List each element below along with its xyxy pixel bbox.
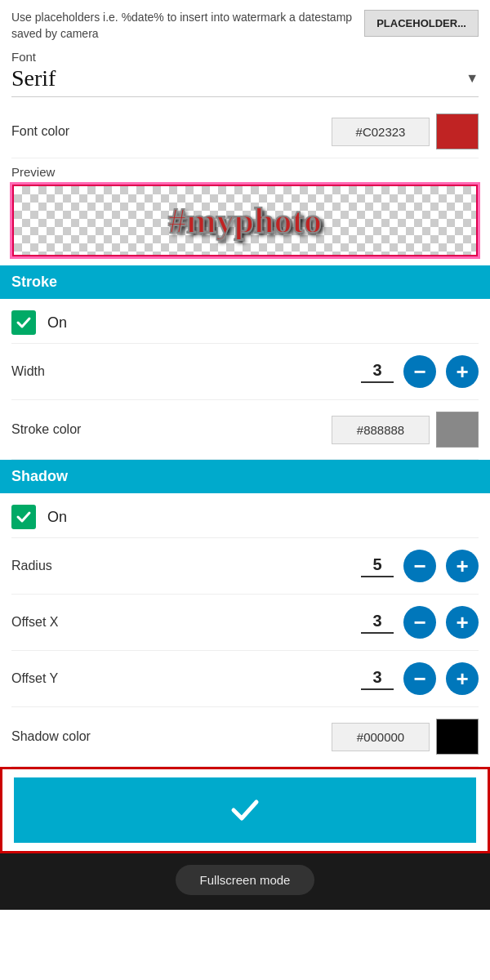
- shadow-offset-x-decrement-button[interactable]: −: [403, 606, 436, 639]
- font-section: Font Serif ▼: [11, 50, 479, 97]
- shadow-offset-x-controls: 3 − +: [361, 606, 479, 639]
- stroke-content: On Width 3 − + Stroke color #888888: [0, 299, 490, 460]
- dropdown-arrow-icon: ▼: [466, 71, 479, 86]
- stroke-color-input-group: #888888: [332, 412, 479, 448]
- stroke-checkbox[interactable]: [11, 310, 36, 335]
- stroke-color-swatch[interactable]: [436, 412, 479, 448]
- shadow-offset-x-label: Offset X: [11, 615, 59, 630]
- stroke-width-controls: 3 − +: [361, 355, 479, 388]
- shadow-color-swatch[interactable]: [436, 719, 479, 755]
- shadow-offset-x-row: Offset X 3 − +: [11, 595, 479, 651]
- stroke-width-increment-button[interactable]: +: [446, 355, 479, 388]
- fullscreen-button[interactable]: Fullscreen mode: [176, 865, 315, 895]
- font-color-label: Font color: [11, 124, 69, 139]
- preview-text: #myphoto: [168, 200, 322, 242]
- font-dropdown[interactable]: Serif ▼: [11, 65, 479, 97]
- shadow-header: Shadow: [0, 460, 490, 493]
- confirm-btn-row: [0, 767, 490, 853]
- shadow-color-row: Shadow color #000000: [11, 707, 479, 767]
- font-label: Font: [11, 50, 479, 64]
- stroke-color-row: Stroke color #888888: [11, 400, 479, 460]
- shadow-offset-y-value: 3: [361, 668, 394, 690]
- stroke-width-row: Width 3 − +: [11, 344, 479, 400]
- font-color-hex[interactable]: #C02323: [332, 118, 430, 146]
- checkmark-icon: [16, 314, 32, 331]
- shadow-radius-label: Radius: [11, 559, 52, 573]
- top-section: Use placeholders i.e. %date% to insert i…: [0, 0, 490, 265]
- stroke-color-label: Stroke color: [11, 422, 81, 437]
- confirm-button[interactable]: [14, 777, 476, 843]
- shadow-offset-x-increment-button[interactable]: +: [446, 606, 479, 639]
- confirm-checkmark-icon: [229, 794, 261, 826]
- font-color-input-group: #C02323: [332, 114, 479, 149]
- shadow-checkbox[interactable]: [11, 505, 36, 529]
- shadow-content: On Radius 5 − + Offset X 3 − + Offset Y …: [0, 493, 490, 767]
- shadow-color-label: Shadow color: [11, 729, 91, 744]
- preview-section: Preview #myphoto: [11, 158, 479, 257]
- stroke-color-hex[interactable]: #888888: [332, 416, 430, 444]
- preview-box: #myphoto: [11, 184, 479, 257]
- stroke-header: Stroke: [0, 265, 490, 299]
- stroke-width-label: Width: [11, 364, 45, 379]
- shadow-offset-y-label: Offset Y: [11, 671, 58, 686]
- shadow-offset-x-value: 3: [361, 612, 394, 634]
- shadow-radius-value: 5: [361, 555, 394, 577]
- stroke-on-label: On: [47, 314, 67, 332]
- placeholder-button[interactable]: PLACEHOLDER...: [364, 10, 479, 37]
- shadow-radius-decrement-button[interactable]: −: [403, 550, 436, 582]
- placeholder-row: Use placeholders i.e. %date% to insert i…: [11, 10, 479, 42]
- shadow-color-hex[interactable]: #000000: [332, 723, 430, 751]
- shadow-on-label: On: [47, 509, 67, 526]
- stroke-on-row: On: [11, 299, 479, 344]
- shadow-on-row: On: [11, 493, 479, 538]
- shadow-offset-y-controls: 3 − +: [361, 662, 479, 695]
- stroke-width-value: 3: [361, 361, 394, 383]
- stroke-width-decrement-button[interactable]: −: [403, 355, 436, 388]
- shadow-section: Shadow On Radius 5 − + Offset X 3 − +: [0, 460, 490, 767]
- shadow-offset-y-increment-button[interactable]: +: [446, 662, 479, 695]
- shadow-offset-y-decrement-button[interactable]: −: [403, 662, 436, 695]
- font-color-swatch[interactable]: [436, 114, 479, 149]
- checkmark-icon: [16, 509, 32, 525]
- font-name-value: Serif: [11, 65, 56, 91]
- font-color-row: Font color #C02323: [11, 104, 479, 158]
- stroke-section: Stroke On Width 3 − + Stroke color #8888…: [0, 265, 490, 460]
- bottom-bar: Fullscreen mode: [0, 853, 490, 910]
- shadow-radius-row: Radius 5 − +: [11, 538, 479, 595]
- placeholder-description: Use placeholders i.e. %date% to insert i…: [11, 10, 364, 42]
- shadow-color-input-group: #000000: [332, 719, 479, 755]
- preview-label: Preview: [11, 165, 479, 179]
- shadow-offset-y-row: Offset Y 3 − +: [11, 651, 479, 707]
- shadow-radius-controls: 5 − +: [361, 550, 479, 582]
- shadow-radius-increment-button[interactable]: +: [446, 550, 479, 582]
